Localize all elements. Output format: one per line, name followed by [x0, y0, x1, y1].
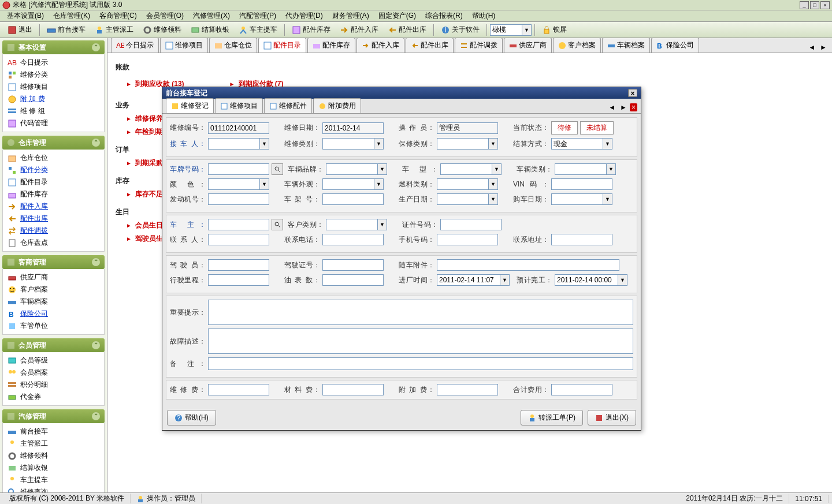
- vehicle-type-select[interactable]: [555, 163, 607, 175]
- tb-about[interactable]: i关于软件: [437, 23, 484, 36]
- tab-today[interactable]: AB今日提示: [111, 38, 159, 53]
- tab-part-stock[interactable]: 配件库存: [307, 38, 355, 53]
- settle-select[interactable]: [551, 138, 603, 150]
- material-fee-input[interactable]: [322, 384, 384, 395]
- repair-fee-input[interactable]: [208, 384, 269, 395]
- dtab-parts[interactable]: 维修配件: [264, 98, 312, 113]
- sitem-supplier[interactable]: 供应厂商: [3, 271, 104, 283]
- fault-textarea[interactable]: [208, 328, 633, 354]
- warranty-select[interactable]: [437, 138, 489, 150]
- tb-pickup[interactable]: 车主提车: [235, 23, 281, 36]
- sitem-inventory[interactable]: 仓库盘点: [3, 237, 104, 249]
- mfg-date-input[interactable]: [437, 193, 489, 205]
- appearance-select[interactable]: [322, 178, 374, 190]
- cert-input[interactable]: [440, 219, 502, 230]
- important-textarea[interactable]: [208, 300, 633, 325]
- color-select[interactable]: [208, 178, 260, 190]
- menu-asset[interactable]: 固定资产(G): [374, 10, 421, 22]
- contact-input[interactable]: [208, 234, 269, 245]
- sitem-repair-cat[interactable]: 维修分类: [3, 69, 104, 81]
- license-input[interactable]: [322, 259, 384, 271]
- sitem-insurance[interactable]: B保险公司: [3, 308, 104, 320]
- tab-next[interactable]: ►: [818, 43, 829, 51]
- owner-input[interactable]: [208, 219, 269, 230]
- menu-finance[interactable]: 财务管理(A): [328, 10, 374, 22]
- sec-member-head[interactable]: 会员管理⌃: [2, 338, 105, 352]
- sitem-member-file[interactable]: 会员档案: [3, 367, 104, 379]
- tb-out[interactable]: 配件出库: [384, 23, 430, 36]
- dtab-next[interactable]: ►: [618, 103, 629, 111]
- owner-lookup-button[interactable]: [272, 219, 283, 230]
- menu-member[interactable]: 会员管理(O): [142, 10, 188, 22]
- tab-repair-item[interactable]: 维修项目: [160, 38, 208, 53]
- sitem-part-out[interactable]: 配件出库: [3, 212, 104, 225]
- tab-supplier[interactable]: 供应厂商: [504, 38, 552, 53]
- mileage-input[interactable]: [208, 274, 269, 286]
- tab-part-out[interactable]: 配件出库: [406, 38, 454, 53]
- sitem-vehicle-unit[interactable]: 车管单位: [3, 320, 104, 332]
- collapse-icon[interactable]: ⌃: [92, 43, 100, 51]
- tab-part-list[interactable]: 配件目录: [258, 38, 306, 53]
- engine-input[interactable]: [208, 193, 269, 205]
- cust-type-select[interactable]: [326, 219, 378, 230]
- menu-report[interactable]: 综合报表(R): [421, 10, 467, 22]
- help-button[interactable]: ?帮助(H): [167, 410, 216, 425]
- dtab-fee[interactable]: 附加费用: [313, 98, 361, 113]
- operator-input[interactable]: [437, 122, 498, 134]
- sitem-vehicle[interactable]: 车辆档案: [3, 296, 104, 308]
- tb-material[interactable]: 维修领料: [139, 23, 185, 36]
- plate-input[interactable]: [208, 163, 269, 175]
- close-button[interactable]: ×: [820, 1, 830, 9]
- sitem-dispatch[interactable]: 主管派工: [3, 438, 104, 450]
- in-time-input[interactable]: [437, 274, 500, 286]
- buy-date-input[interactable]: [551, 193, 603, 205]
- tb-reception[interactable]: 前台接车: [43, 23, 90, 36]
- tab-whpos[interactable]: 仓库仓位: [209, 38, 257, 53]
- chevron-down-icon[interactable]: ▼: [260, 138, 269, 150]
- maximize-button[interactable]: □: [810, 1, 819, 9]
- sitem-reception[interactable]: 前台接车: [3, 425, 104, 438]
- est-done-input[interactable]: [555, 274, 618, 286]
- frame-input[interactable]: [322, 193, 384, 205]
- vin-input[interactable]: [551, 178, 612, 190]
- sitem-part-stock[interactable]: 配件库存: [3, 188, 104, 200]
- repair-no-input[interactable]: [208, 122, 269, 134]
- sitem-pickup[interactable]: 车主提车: [3, 474, 104, 486]
- tab-vehicle[interactable]: 车辆档案: [602, 38, 650, 53]
- model-select[interactable]: [440, 163, 492, 175]
- sitem-repair-group[interactable]: 维 修 组: [3, 105, 104, 117]
- phone-input[interactable]: [322, 234, 384, 245]
- menu-customer[interactable]: 客商管理(C): [95, 10, 142, 22]
- transfer-button[interactable]: 转派工单(P): [521, 410, 583, 425]
- driver-input[interactable]: [208, 259, 269, 271]
- dialog-close-button[interactable]: ×: [628, 89, 637, 97]
- extra-fee-input[interactable]: [437, 384, 498, 395]
- tab-prev[interactable]: ◄: [807, 43, 817, 51]
- tab-insurance[interactable]: B保险公司: [651, 38, 699, 53]
- tb-settle[interactable]: 结算收银: [187, 23, 233, 36]
- brand-select[interactable]: [326, 163, 378, 175]
- menu-warehouse[interactable]: 仓库管理(K): [49, 10, 95, 22]
- sitem-cust[interactable]: 客户档案: [3, 283, 104, 296]
- sitem-material[interactable]: 维修领料: [3, 450, 104, 462]
- minimize-button[interactable]: _: [800, 1, 809, 9]
- menu-repair[interactable]: 汽修管理(X): [188, 10, 235, 22]
- remark-textarea[interactable]: [208, 357, 633, 370]
- tab-part-in[interactable]: 配件入库: [356, 38, 404, 53]
- sitem-points[interactable]: 积分明细: [3, 379, 104, 391]
- sitem-part-transfer[interactable]: 配件调拨: [3, 225, 104, 237]
- sec-warehouse-head[interactable]: 仓库管理⌃: [2, 136, 105, 150]
- tb-exit[interactable]: 退出: [3, 23, 36, 36]
- sitem-code[interactable]: 代码管理: [3, 117, 104, 129]
- tb-in[interactable]: 配件入库: [336, 23, 382, 36]
- sitem-repair-item[interactable]: 维修项目: [3, 81, 104, 93]
- sitem-part-cat[interactable]: 配件分类: [3, 164, 104, 176]
- dialog-title-bar[interactable]: 前台接车登记 ×: [162, 87, 641, 99]
- menu-basic[interactable]: 基本设置(B): [2, 10, 49, 22]
- dtab-register[interactable]: 维修登记: [166, 98, 214, 113]
- sec-customer-head[interactable]: 客商管理⌃: [2, 255, 105, 269]
- sitem-today[interactable]: AB今日提示: [3, 57, 104, 69]
- attach-input[interactable]: [437, 259, 619, 271]
- sitem-level[interactable]: 会员等级: [3, 354, 104, 367]
- sitem-extra-fee[interactable]: 附 加 费: [3, 93, 104, 105]
